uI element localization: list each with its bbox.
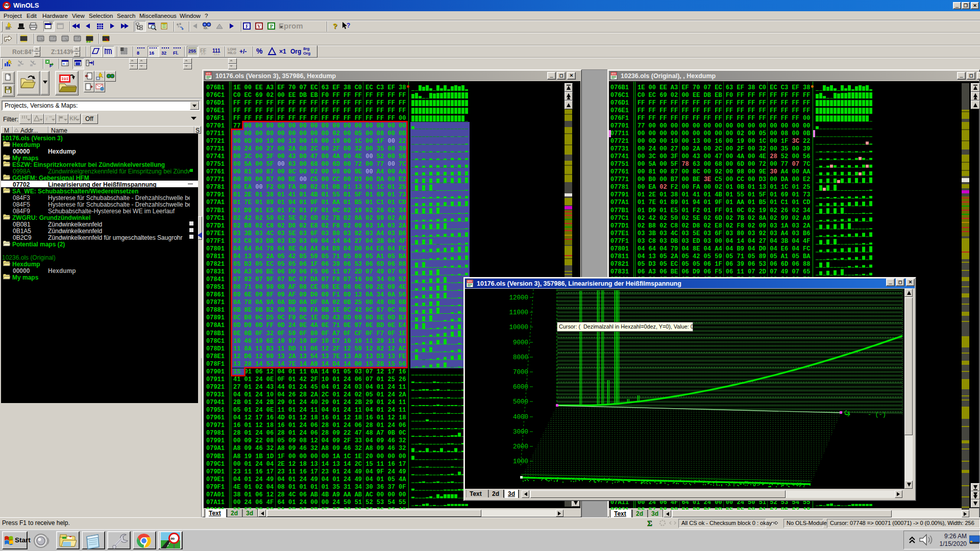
svg-text:1000: 1000 xyxy=(513,458,528,465)
svg-text:10000: 10000 xyxy=(509,324,528,331)
svg-text:2000: 2000 xyxy=(513,443,528,450)
svg-text:6000: 6000 xyxy=(513,384,528,391)
svg-text:05: 05 xyxy=(796,482,802,487)
svg-text:Σ: Σ xyxy=(647,519,652,528)
svg-text:7000: 7000 xyxy=(513,369,528,376)
svg-text:∞: ∞ xyxy=(171,535,175,541)
svg-text:9000: 9000 xyxy=(513,339,528,346)
svg-text:5000: 5000 xyxy=(513,398,528,406)
svg-text:8000: 8000 xyxy=(513,354,528,361)
svg-text:11000: 11000 xyxy=(509,309,528,316)
svg-text:- (-): - (-) xyxy=(868,411,886,418)
svg-text:3000: 3000 xyxy=(513,429,528,436)
svg-text:4000: 4000 xyxy=(513,414,528,421)
svg-text:12000: 12000 xyxy=(509,294,528,302)
